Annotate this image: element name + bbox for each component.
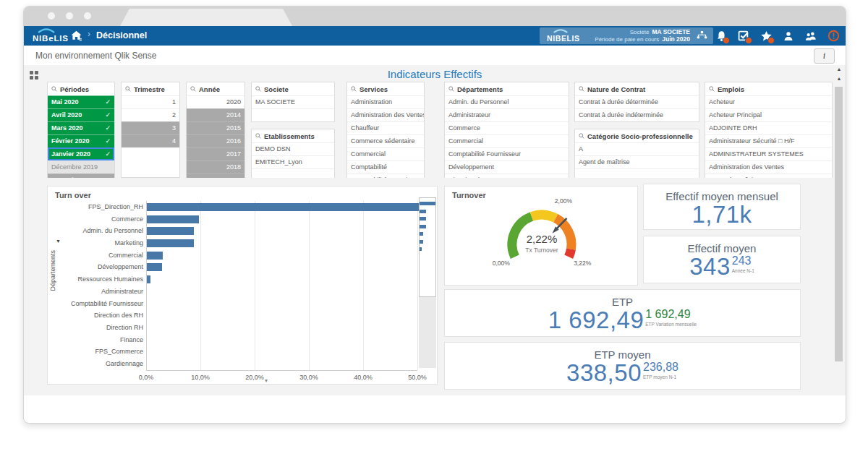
filter-item[interactable]: Acheteur: [705, 95, 832, 108]
filter-item[interactable]: [252, 108, 334, 121]
filter-item[interactable]: Mars 2020✓: [48, 121, 114, 134]
listbox-header[interactable]: Départements: [445, 82, 569, 95]
nibelis-logo[interactable]: NIBeLIS: [33, 27, 76, 44]
filter-item[interactable]: Contrat à durée indéterminée: [575, 108, 699, 121]
bar-label[interactable]: Comptabilité Fournisseur: [62, 300, 143, 307]
bell-icon[interactable]: [715, 30, 728, 43]
filter-item[interactable]: EMITECH_Lyon: [252, 155, 334, 168]
star-icon[interactable]: [760, 30, 773, 43]
listbox-header[interactable]: Périodes: [48, 82, 114, 95]
bar[interactable]: [147, 203, 423, 211]
filter-item[interactable]: Chauffeur: [347, 121, 424, 134]
bar[interactable]: [147, 252, 163, 260]
chart-minimap[interactable]: [419, 197, 436, 368]
filter-item[interactable]: 2015: [187, 121, 244, 134]
company-context-panel[interactable]: NIBELIS SociétéMA SOCIETE Période de pai…: [540, 27, 713, 44]
kpi-effectif-moyen-mensuel[interactable]: Effectif moyen mensuel 1,71k: [643, 184, 801, 230]
filter-item[interactable]: Novembre 2019: [48, 174, 114, 178]
bar-label[interactable]: Direction RH: [62, 324, 143, 331]
filter-item[interactable]: Commercial: [347, 147, 424, 160]
filter-item[interactable]: Administration des Ventes: [705, 160, 832, 174]
bar-label[interactable]: Gardiennage: [62, 360, 143, 367]
window-control-dot[interactable]: [48, 12, 55, 20]
filter-item[interactable]: 2014: [187, 108, 244, 121]
chart-y-axis-label[interactable]: Départements: [49, 250, 56, 291]
scroll-up-icon[interactable]: ▲: [834, 76, 844, 81]
bar-label[interactable]: Direction des RH: [62, 312, 143, 319]
filter-item[interactable]: 2017: [187, 147, 244, 160]
filter-item[interactable]: Commerce: [445, 121, 569, 134]
listbox-header[interactable]: Trimestre: [122, 82, 179, 95]
filter-item[interactable]: Décembre 2019: [48, 160, 114, 174]
bar-label[interactable]: Finance: [62, 336, 143, 343]
org-chart-icon[interactable]: [696, 30, 708, 44]
filter-item[interactable]: 4: [122, 134, 179, 147]
filter-item[interactable]: 2: [122, 108, 179, 121]
listbox-header[interactable]: Année: [187, 82, 244, 95]
filter-item[interactable]: Agent de maîtrise: [705, 174, 832, 178]
info-button[interactable]: i: [814, 48, 835, 64]
filter-item[interactable]: Mai 2020✓: [48, 95, 114, 108]
filter-item[interactable]: Administration des Ventes: [347, 108, 424, 121]
browser-tab[interactable]: [120, 9, 292, 26]
filter-item[interactable]: [252, 168, 334, 178]
filter-item[interactable]: Comptabilité Fournisseur: [347, 174, 424, 178]
filter-item[interactable]: Commerce sédentaire: [347, 134, 424, 147]
filter-item[interactable]: Administration: [347, 95, 424, 108]
filter-item[interactable]: 2016: [187, 134, 244, 147]
listbox-header[interactable]: Emplois: [705, 82, 832, 95]
filter-item[interactable]: Commercial: [445, 134, 569, 147]
window-control-dot[interactable]: [84, 12, 91, 20]
window-control-dot[interactable]: [66, 12, 73, 20]
filter-item[interactable]: ADMINISTRATEUR SYSTEMES: [705, 147, 832, 160]
filter-item[interactable]: Admin. du Personnel: [445, 95, 569, 108]
breadcrumb[interactable]: Décisionnel: [96, 30, 147, 40]
filter-item[interactable]: Direction des RH: [445, 174, 569, 178]
filter-item[interactable]: Administrateur Sécurité □ H/F: [705, 134, 832, 147]
bar-label[interactable]: Développement: [62, 263, 143, 270]
bar-label[interactable]: Commercial: [62, 252, 143, 259]
home-icon[interactable]: [70, 30, 83, 42]
bar[interactable]: [147, 263, 162, 271]
bar-label[interactable]: Commerce: [62, 215, 143, 223]
filter-item[interactable]: Comptabilité: [347, 160, 424, 174]
bar[interactable]: [147, 239, 194, 247]
filter-item[interactable]: Comptabilité Fournisseur: [445, 147, 569, 160]
filter-item[interactable]: Acheteur Principal: [705, 108, 832, 121]
filter-item[interactable]: Administrateur: [445, 108, 569, 121]
bar-label[interactable]: Admin. du Personnel: [62, 227, 143, 234]
kpi-effectif-moyen[interactable]: Effectif moyen 343 243Année N-1: [643, 236, 801, 283]
kpi-etp-moyen[interactable]: ETP moyen 338,50 236,88ETP moyen N-1: [444, 342, 801, 390]
filter-item[interactable]: Agent de maîtrise: [575, 155, 699, 168]
content-scrollbar[interactable]: [835, 87, 843, 361]
bar-label[interactable]: Marketing: [62, 239, 143, 247]
user-icon[interactable]: [782, 30, 795, 43]
filter-item[interactable]: 1: [122, 95, 179, 108]
listbox-header[interactable]: Services: [347, 82, 424, 95]
listbox-header[interactable]: Nature de Contrat: [575, 82, 699, 95]
users-icon[interactable]: [804, 30, 817, 43]
filter-item[interactable]: Développement: [445, 160, 569, 174]
filter-item[interactable]: DEMO DSN: [252, 142, 334, 155]
filter-item[interactable]: 2018: [187, 160, 244, 174]
bar-label[interactable]: FPS_Direction_RH: [62, 203, 143, 210]
listbox-header[interactable]: Catégorie Socio-professionnelle: [575, 129, 699, 142]
bar[interactable]: [147, 275, 150, 283]
filter-item[interactable]: Contrat à durée déterminée: [575, 95, 699, 108]
filter-item[interactable]: [575, 168, 699, 178]
listbox-header[interactable]: Societe: [252, 82, 334, 95]
filter-item[interactable]: A: [575, 142, 699, 155]
listbox-header[interactable]: Etablissements: [252, 129, 334, 142]
filter-item[interactable]: ADJOINTE DRH: [705, 121, 832, 134]
bar[interactable]: [147, 215, 199, 223]
filter-item[interactable]: 2019: [187, 174, 244, 178]
alert-icon[interactable]: [827, 30, 840, 43]
filter-item[interactable]: Avril 2020✓: [48, 108, 114, 121]
bar-label[interactable]: FPS_Commerce: [62, 348, 143, 355]
scroll-up-icon[interactable]: ▲: [834, 67, 844, 72]
filter-item[interactable]: 3: [122, 121, 179, 134]
filter-item[interactable]: Février 2020✓: [48, 134, 114, 147]
bar-label[interactable]: Administrateur: [62, 288, 143, 295]
filter-item[interactable]: MA SOCIETE: [252, 95, 334, 108]
dimension-dropdown-icon[interactable]: ▼: [56, 239, 61, 244]
